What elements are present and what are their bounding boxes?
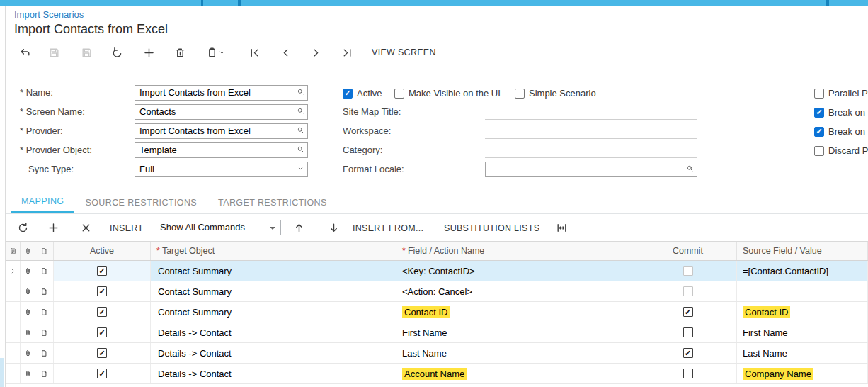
active-checkbox[interactable]: ✓ [343, 89, 353, 99]
search-icon[interactable] [686, 164, 694, 172]
provider-field[interactable]: Import Contacts from Excel [135, 123, 308, 139]
tab-target-restrictions[interactable]: TARGET RESTRICTIONS [207, 192, 338, 213]
row-selector-cell[interactable] [6, 281, 21, 301]
active-cell[interactable]: ✓ [54, 302, 151, 322]
table-row[interactable]: ✓Details -> ContactFirst NameFirst Name [6, 322, 868, 343]
active-checkbox[interactable]: ✓ [97, 348, 107, 358]
row-notes-cell[interactable] [21, 281, 35, 301]
row-selector-cell[interactable] [6, 364, 21, 383]
commands-dropdown[interactable]: Show All Commands [154, 220, 281, 235]
fit-columns-button[interactable] [552, 218, 571, 237]
break-on-incorrect-checkbox-row[interactable]: ✓ Break on I [814, 126, 868, 137]
source-field-cell[interactable]: Company Name [737, 364, 868, 383]
commit-checkbox[interactable]: ✓ [683, 307, 693, 317]
row-notes-cell[interactable] [21, 364, 35, 383]
screen-name-field[interactable]: Contacts [135, 104, 308, 120]
source-field-column-header[interactable]: Source Field / Value [737, 242, 868, 260]
commit-cell[interactable] [639, 322, 737, 342]
discard-previous-checkbox-row[interactable]: Discard Pr [814, 145, 868, 156]
move-row-down-button[interactable] [324, 218, 343, 237]
commit-cell[interactable]: ✓ [639, 302, 737, 322]
row-selector-cell[interactable] [6, 322, 21, 342]
tab-source-restrictions[interactable]: SOURCE RESTRICTIONS [74, 192, 207, 213]
row-notes-cell[interactable] [21, 261, 35, 281]
substitution-lists-button[interactable]: SUBSTITUTION LISTS [444, 223, 539, 233]
row-files-cell[interactable] [35, 281, 54, 301]
chevron-down-icon[interactable] [297, 164, 304, 172]
field-action-cell[interactable]: Account Name [396, 364, 639, 383]
commit-checkbox[interactable] [683, 266, 693, 276]
commit-cell[interactable] [639, 261, 737, 281]
row-files-cell[interactable] [35, 343, 54, 363]
active-cell[interactable]: ✓ [54, 343, 151, 363]
field-action-column-header[interactable]: *Field / Action Name [396, 242, 639, 260]
active-checkbox[interactable]: ✓ [97, 266, 107, 276]
format-locale-field[interactable] [485, 162, 697, 177]
search-icon[interactable] [297, 126, 304, 134]
commit-checkbox[interactable] [683, 369, 693, 378]
field-action-cell[interactable]: <Action: Cancel> [396, 281, 639, 301]
commit-checkbox[interactable] [683, 327, 693, 337]
save-close-button[interactable] [45, 43, 63, 62]
row-notes-cell[interactable] [21, 302, 35, 322]
active-checkbox[interactable]: ✓ [97, 327, 107, 337]
active-checkbox[interactable]: ✓ [97, 286, 107, 296]
active-cell[interactable]: ✓ [54, 364, 151, 383]
commit-cell[interactable] [639, 281, 737, 301]
name-field[interactable]: Import Contacts from Excel [135, 85, 308, 101]
field-action-cell[interactable]: Last Name [396, 343, 639, 363]
target-object-cell[interactable]: Contact Summary [151, 302, 396, 322]
target-object-cell[interactable]: Contact Summary [151, 261, 396, 281]
active-cell[interactable]: ✓ [54, 261, 151, 281]
make-visible-checkbox-row[interactable]: Make Visible on the UI [394, 88, 501, 99]
tab-mapping[interactable]: MAPPING [11, 192, 74, 213]
sync-type-field[interactable]: Full [135, 162, 308, 177]
target-object-cell[interactable]: Details -> Contact [151, 322, 396, 342]
commit-checkbox[interactable]: ✓ [683, 348, 693, 358]
target-object-cell[interactable]: Details -> Contact [151, 364, 396, 383]
row-files-cell[interactable] [35, 322, 54, 342]
cancel-undo-button[interactable] [108, 43, 126, 62]
go-last-button[interactable] [338, 43, 356, 62]
search-icon[interactable] [297, 107, 304, 115]
table-row[interactable]: ✓Contact Summary<Key: ContactID>=[Contac… [6, 261, 868, 281]
parallel-processing-checkbox[interactable] [814, 89, 824, 99]
discard-previous-checkbox[interactable] [814, 146, 824, 156]
parallel-processing-checkbox-row[interactable]: Parallel Pr [814, 88, 868, 99]
active-checkbox[interactable]: ✓ [97, 307, 107, 317]
source-field-cell[interactable] [737, 281, 868, 301]
go-next-button[interactable] [307, 43, 325, 62]
back-button[interactable] [16, 43, 34, 62]
target-object-cell[interactable]: Details -> Contact [151, 343, 396, 363]
add-new-button[interactable] [139, 43, 158, 62]
active-cell[interactable]: ✓ [54, 281, 151, 301]
table-row[interactable]: ✓Contact Summary<Action: Cancel> [6, 281, 868, 302]
commit-cell[interactable]: ✓ [639, 343, 737, 363]
grid-refresh-button[interactable] [13, 218, 32, 237]
source-field-cell[interactable]: Contact ID [737, 302, 868, 322]
row-files-cell[interactable] [35, 364, 54, 383]
row-files-cell[interactable] [35, 261, 54, 281]
grid-add-row-button[interactable] [44, 218, 62, 237]
active-checkbox[interactable]: ✓ [97, 369, 107, 378]
go-previous-button[interactable] [276, 43, 295, 62]
grid-delete-row-button[interactable] [76, 218, 95, 237]
make-visible-checkbox[interactable] [394, 89, 404, 99]
break-on-error-checkbox[interactable]: ✓ [814, 108, 824, 118]
break-on-incorrect-checkbox[interactable]: ✓ [814, 127, 824, 137]
simple-scenario-checkbox[interactable] [515, 89, 525, 99]
move-row-up-button[interactable] [290, 218, 308, 237]
table-row[interactable]: ✓Details -> ContactAccount NameCompany N… [6, 364, 868, 384]
provider-object-field[interactable]: Template [135, 142, 308, 158]
insert-button[interactable]: INSERT [110, 223, 143, 233]
row-notes-cell[interactable] [21, 343, 35, 363]
breadcrumb-link[interactable]: Import Scenarios [14, 9, 84, 20]
row-selector-cell[interactable] [6, 302, 21, 322]
save-button[interactable] [77, 43, 96, 62]
row-selector-cell[interactable] [6, 261, 21, 281]
field-action-cell[interactable]: <Key: ContactID> [396, 261, 639, 281]
table-row[interactable]: ✓Details -> ContactLast Name✓Last Name [6, 343, 868, 364]
commit-checkbox[interactable] [683, 286, 693, 296]
view-screen-button[interactable]: VIEW SCREEN [372, 47, 436, 57]
active-column-header[interactable]: Active [54, 242, 151, 260]
